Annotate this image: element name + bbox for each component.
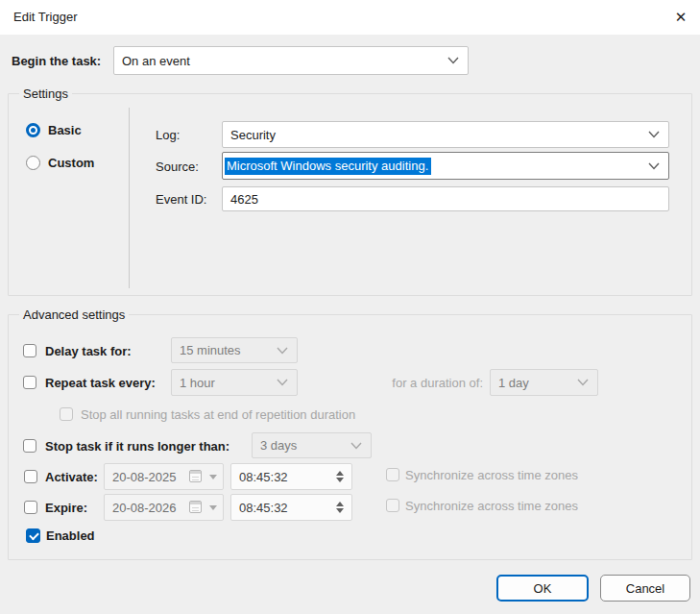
chevron-down-icon — [648, 162, 660, 170]
activate-checkbox[interactable] — [24, 470, 37, 483]
repeat-task-label[interactable]: Repeat task every: — [45, 375, 156, 391]
repeat-interval-value: 1 hour — [180, 376, 215, 390]
expire-sync-checkbox — [386, 499, 399, 512]
event-id-label: Event ID: — [156, 191, 206, 208]
edit-trigger-dialog: Edit Trigger ✕ Begin the task: On an eve… — [0, 0, 700, 614]
expire-time-value: 08:45:32 — [239, 501, 288, 515]
begin-task-label: Begin the task: — [12, 53, 101, 69]
chevron-down-icon — [277, 379, 288, 386]
close-icon: ✕ — [675, 9, 688, 26]
chevron-down-icon — [350, 442, 362, 450]
expire-date-picker: 20-08-2026 — [104, 494, 224, 521]
spinner-icon — [335, 500, 345, 515]
stop-task-checkbox[interactable] — [23, 439, 36, 453]
calendar-icon — [189, 501, 202, 513]
event-id-input[interactable]: 4625 — [222, 186, 669, 211]
chevron-down-icon — [648, 131, 660, 138]
stop-task-label[interactable]: Stop task if it runs longer than: — [45, 438, 229, 454]
delay-duration-value: 15 minutes — [180, 343, 241, 357]
settings-group-label: Settings — [19, 86, 72, 102]
duration-of-label: for a duration of: — [372, 375, 483, 391]
begin-task-combobox[interactable]: On an event — [113, 46, 469, 75]
advanced-settings-group-label: Advanced settings — [19, 307, 129, 323]
activate-sync-label: Synchronize across time zones — [405, 467, 578, 483]
cancel-button[interactable]: Cancel — [600, 575, 690, 602]
repeat-duration-value: 1 day — [498, 376, 529, 390]
activate-time-spinner: 08:45:32 — [230, 463, 352, 490]
expire-sync-label: Synchronize across time zones — [405, 498, 578, 514]
stop-all-tasks-checkbox — [60, 407, 73, 421]
custom-radio[interactable] — [26, 156, 40, 170]
activate-sync-checkbox — [386, 468, 399, 481]
close-button[interactable]: ✕ — [667, 4, 694, 31]
ok-button[interactable]: OK — [496, 575, 589, 602]
spinner-icon — [335, 469, 345, 484]
calendar-icon — [189, 470, 202, 482]
spin-down-icon — [336, 478, 344, 486]
custom-radio-label[interactable]: Custom — [48, 155, 94, 171]
expire-checkbox[interactable] — [24, 501, 37, 514]
log-value: Security — [230, 128, 276, 142]
log-combobox[interactable]: Security — [222, 121, 669, 148]
title-bar: Edit Trigger ✕ — [0, 0, 700, 35]
spin-down-icon — [336, 508, 344, 517]
log-label: Log: — [156, 127, 180, 143]
expire-label[interactable]: Expire: — [45, 500, 87, 516]
stop-task-duration-combobox: 3 days — [252, 432, 372, 458]
enabled-label[interactable]: Enabled — [46, 528, 95, 544]
source-label: Source: — [156, 159, 199, 175]
basic-radio-label[interactable]: Basic — [48, 122, 82, 138]
activate-label[interactable]: Activate: — [45, 469, 98, 485]
event-id-value: 4625 — [230, 192, 258, 207]
delay-task-label[interactable]: Delay task for: — [45, 343, 132, 359]
activate-date-picker: 20-08-2025 — [104, 463, 224, 490]
enabled-checkbox[interactable] — [26, 528, 40, 543]
repeat-duration-combobox: 1 day — [490, 369, 598, 396]
activate-time-value: 08:45:32 — [239, 470, 288, 484]
expire-date-value: 20-08-2026 — [112, 501, 177, 515]
dialog-title: Edit Trigger — [13, 0, 77, 35]
delay-duration-combobox: 15 minutes — [171, 337, 298, 363]
stop-all-tasks-label: Stop all running tasks at end of repetit… — [81, 406, 355, 423]
source-combobox[interactable]: Microsoft Windows security auditing. — [222, 152, 669, 180]
delay-task-checkbox[interactable] — [23, 344, 36, 357]
chevron-down-icon — [447, 57, 459, 64]
vertical-divider — [129, 108, 130, 288]
repeat-interval-combobox: 1 hour — [171, 369, 298, 396]
basic-radio[interactable] — [26, 123, 40, 137]
stop-task-duration-value: 3 days — [260, 438, 297, 453]
expire-time-spinner: 08:45:32 — [230, 494, 352, 521]
begin-task-value: On an event — [122, 54, 190, 68]
dropdown-arrow-icon — [209, 505, 217, 514]
source-value-selected-text: Microsoft Windows security auditing. — [225, 158, 431, 175]
dropdown-arrow-icon — [209, 475, 217, 483]
chevron-down-icon — [577, 379, 589, 386]
activate-date-value: 20-08-2025 — [112, 470, 177, 484]
spin-up-icon — [336, 498, 344, 506]
chevron-down-icon — [277, 347, 288, 355]
repeat-task-checkbox[interactable] — [23, 376, 36, 389]
spin-up-icon — [336, 467, 344, 476]
